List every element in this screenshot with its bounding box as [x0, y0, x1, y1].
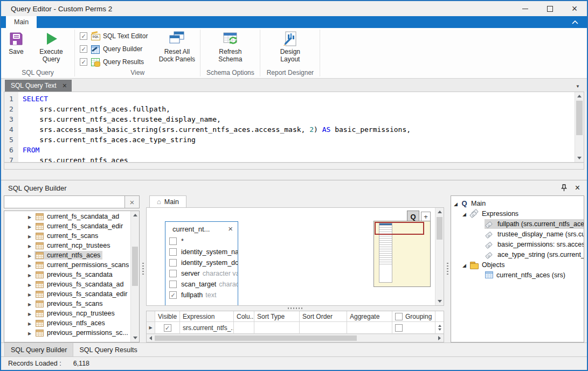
pin-icon[interactable]: [561, 184, 567, 192]
table-node-current-fs-scandata-ad[interactable]: current_fs_scandata_ad: [4, 212, 130, 221]
execute-query-button[interactable]: Execute Query: [30, 29, 73, 65]
reset-dock-panels-button[interactable]: Reset All Dock Panels: [155, 29, 198, 65]
expand-arrow-icon[interactable]: [28, 242, 34, 249]
code-line[interactable]: SELECT: [23, 94, 575, 104]
checkbox[interactable]: [80, 32, 87, 40]
close-table-card-icon[interactable]: [228, 225, 233, 233]
column-header-aggregate[interactable]: Aggregate: [347, 311, 392, 322]
table-node-current-fs-scans[interactable]: current_fs_scans: [4, 231, 130, 241]
tree-node-trustee-display-name-srs-curre[interactable]: trustee_display_name (srs.curre...: [451, 229, 584, 239]
code-line[interactable]: srs.current_ntfs_aces.fullpath,: [23, 104, 575, 114]
table-node-previous-permissions-sc[interactable]: previous_permissions_sc...: [4, 328, 130, 338]
row-spinner[interactable]: [435, 322, 444, 334]
table-node-previous-fs-scandata[interactable]: previous_fs_scandata: [4, 270, 130, 279]
table-node-previous-fs-scans[interactable]: previous_fs_scans: [4, 299, 130, 309]
checkbox[interactable]: [80, 58, 87, 66]
card-field-scan-target[interactable]: scan_targetcharacte: [165, 279, 238, 290]
expression-cell[interactable]: srs.current_ntfs_...: [180, 322, 234, 334]
field-checkbox[interactable]: [169, 270, 177, 277]
design-layout-button[interactable]: Design Layout: [268, 29, 312, 65]
close-tab-icon[interactable]: [63, 82, 67, 90]
builder-panel-header[interactable]: SQL Query Builder: [1, 180, 587, 195]
sql-text-editor[interactable]: 1234567 SELECT srs.current_ntfs_aces.ful…: [4, 92, 584, 163]
expand-arrow-icon[interactable]: [28, 222, 34, 230]
table-node-previous-fs-scandata-ad[interactable]: previous_fs_scandata_ad: [4, 279, 130, 289]
expand-arrow-icon[interactable]: [28, 251, 34, 259]
scrollbar-thumb[interactable]: [155, 335, 357, 341]
card-field-identity-system-doma[interactable]: identity_system_doma: [165, 257, 238, 268]
tab-sql-query-builder[interactable]: SQL Query Builder: [4, 343, 73, 356]
query-structure-tree[interactable]: QMainExpressionsfullpath (srs.current_nt…: [451, 198, 584, 280]
minimap-viewport[interactable]: [375, 222, 424, 235]
tree-node-expressions[interactable]: Expressions: [451, 208, 584, 219]
view-toggle-query-results[interactable]: Query Results: [80, 55, 148, 68]
grouping-cell[interactable]: [392, 322, 435, 334]
table-node-current-permissions-scans[interactable]: current_permissions_scans: [4, 260, 130, 270]
aggregate-cell[interactable]: [347, 322, 392, 334]
code-line[interactable]: srs.current_ntfs_aces: [23, 155, 575, 162]
scroll-left-icon[interactable]: [147, 334, 155, 342]
refresh-schema-button[interactable]: Refresh Schema: [209, 29, 252, 65]
ribbon-tab-main[interactable]: Main: [6, 16, 37, 28]
scroll-down-icon[interactable]: [435, 297, 444, 305]
column-header-grouping[interactable]: Grouping: [392, 311, 435, 322]
query-diagram[interactable]: current_nt... *identity_system_nameident…: [146, 207, 444, 306]
view-toggle-query-builder[interactable]: Query Builder: [80, 43, 148, 55]
expand-arrow-icon[interactable]: [28, 232, 34, 240]
sort-type-cell[interactable]: [254, 322, 300, 334]
visible-cell[interactable]: [155, 322, 180, 334]
scroll-up-icon[interactable]: [575, 92, 584, 100]
tab-sql-query-results[interactable]: SQL Query Results: [73, 343, 143, 356]
collapse-arrow-icon[interactable]: [462, 210, 469, 218]
diagram-vertical-scrollbar[interactable]: [435, 208, 444, 305]
table-node-previous-ntfs-aces[interactable]: previous_ntfs_aces: [4, 318, 130, 328]
clear-search-button[interactable]: [125, 195, 140, 208]
grouping-header-checkbox[interactable]: [395, 313, 403, 320]
tree-node-objects[interactable]: Objects: [451, 260, 584, 270]
maximize-button[interactable]: [537, 1, 562, 16]
grid-horizontal-scrollbar[interactable]: [147, 334, 444, 342]
column-header-visible[interactable]: Visible: [155, 311, 180, 322]
table-node-current-fs-scandata-edir[interactable]: current_fs_scandata_edir: [4, 221, 130, 231]
expand-arrow-icon[interactable]: [28, 329, 34, 337]
field-checkbox[interactable]: [169, 291, 177, 299]
code-line[interactable]: srs.access_mask_basic_string(srs.current…: [23, 124, 575, 135]
table-node-previous-fs-scandata-edir[interactable]: previous_fs_scandata_edir: [4, 289, 130, 299]
expand-arrow-icon[interactable]: [28, 281, 34, 288]
scroll-up-icon[interactable]: [131, 211, 139, 219]
tree-node-fullpath-srs-current-ntfs-aces[interactable]: fullpath (srs.current_ntfs_aces): [451, 219, 584, 229]
expand-arrow-icon[interactable]: [28, 300, 34, 307]
tab-sql-query-text[interactable]: SQL Query Text: [5, 80, 72, 92]
sql-code-area[interactable]: SELECT srs.current_ntfs_aces.fullpath, s…: [18, 92, 575, 162]
visible-checkbox[interactable]: [164, 324, 171, 332]
grouping-checkbox[interactable]: [395, 324, 403, 332]
view-toggle-sql-text-editor[interactable]: SQL Text Editor: [80, 30, 148, 43]
field-checkbox[interactable]: [169, 248, 177, 256]
diagram-tab-main[interactable]: Main: [149, 195, 186, 207]
column-header-sort-type[interactable]: Sort Type: [254, 311, 300, 322]
tab-list-dropdown-icon[interactable]: [576, 80, 580, 90]
code-line[interactable]: srs.current_ntfs_aces.ace_type_string: [23, 135, 575, 145]
splitter-right[interactable]: [444, 195, 451, 342]
field-checkbox[interactable]: [169, 259, 177, 267]
checkbox[interactable]: [80, 45, 87, 53]
expand-arrow-icon[interactable]: [28, 290, 34, 298]
column-header-sort-order[interactable]: Sort Order: [300, 311, 347, 322]
titlebar[interactable]: Query Editor - Custom Perms 2: [1, 1, 587, 16]
tree-node-main[interactable]: QMain: [451, 198, 584, 208]
column-header-expression[interactable]: Expression: [180, 311, 234, 322]
card-field-fullpath[interactable]: fullpathtext: [165, 290, 238, 300]
table-search-input[interactable]: [4, 195, 125, 208]
splitter-left[interactable]: [140, 195, 146, 342]
field-checkbox[interactable]: [169, 281, 177, 288]
diagram-minimap[interactable]: [373, 221, 431, 287]
add-query-button[interactable]: +: [421, 212, 431, 221]
expand-arrow-icon[interactable]: [28, 213, 34, 220]
column-header-column[interactable]: Colu...: [234, 311, 254, 322]
collapse-arrow-icon[interactable]: [454, 200, 460, 207]
ribbon-collapse-button[interactable]: [572, 20, 578, 24]
scroll-down-icon[interactable]: [131, 334, 139, 342]
collapse-arrow-icon[interactable]: [462, 261, 469, 269]
close-button[interactable]: [562, 1, 587, 16]
scrollbar-thumb[interactable]: [132, 247, 138, 285]
